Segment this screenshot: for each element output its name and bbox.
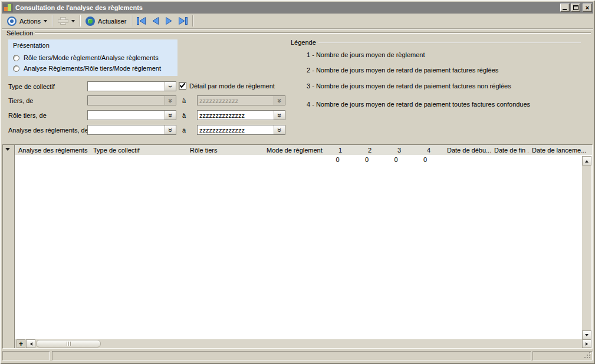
column-header-date-fin[interactable]: Date de fin ... (491, 147, 528, 154)
role-tiers-label: Rôle tiers, de (8, 112, 47, 119)
analyse-to-dropdown-button[interactable]: » (274, 125, 285, 134)
window-title: Consultation de l'analyse des règlements (15, 4, 143, 11)
column-header-3[interactable]: 3 (384, 147, 414, 154)
analyse-a-label: à (182, 127, 186, 134)
double-chevron-icon: » (277, 98, 282, 102)
status-panel-3 (532, 351, 593, 360)
analyse-from-dropdown-button[interactable]: » (165, 125, 176, 134)
role-tiers-to-dropdown-button[interactable]: » (274, 111, 285, 120)
column-header-4[interactable]: 4 (414, 147, 443, 154)
scroll-up-button[interactable] (582, 156, 591, 166)
column-header-date-lancement[interactable]: Date de lanceme... (528, 147, 587, 154)
actions-label: Actions (19, 18, 41, 25)
analyse-to-combobox[interactable]: zzzzzzzzzzzzzz » (197, 125, 285, 135)
tiers-from-dropdown-button: » (165, 96, 176, 105)
tiers-label: Tiers, de (8, 97, 33, 104)
role-tiers-to-combobox[interactable]: zzzzzzzzzzzzzz » (197, 110, 285, 120)
next-record-button[interactable] (162, 16, 176, 26)
add-row-button[interactable]: + (17, 339, 25, 348)
type-collectif-label: Type de collectif (8, 83, 55, 90)
column-header-1[interactable]: 1 (326, 147, 355, 154)
legend-item-1: 1 - Nombre de jours moyen de règlement (307, 51, 425, 58)
analyse-from-combobox[interactable]: » (87, 125, 176, 135)
actions-button[interactable]: Actions (4, 15, 50, 27)
scroll-right-button[interactable] (582, 339, 591, 348)
legend-item-4: 4 - Nombre de jours moyen de retard de p… (307, 101, 530, 108)
last-record-button[interactable] (176, 16, 190, 26)
tiers-from-combobox: » (87, 95, 176, 105)
radio-icon[interactable] (13, 55, 19, 61)
cell-2: 0 (352, 156, 382, 163)
status-bar (2, 350, 593, 362)
resize-grip-icon[interactable] (584, 352, 591, 359)
selection-group-line (33, 32, 591, 33)
arrow-left-icon (28, 342, 32, 346)
window-controls: × (560, 4, 592, 12)
type-collectif-combobox[interactable]: › (87, 81, 176, 91)
actions-icon (7, 16, 17, 26)
title-bar: Consultation de l'analyse des règlements… (2, 2, 593, 14)
horizontal-scrollbar-thumb[interactable] (36, 340, 101, 348)
column-header-analyse[interactable]: Analyse des règlements (15, 147, 90, 154)
scroll-down-button[interactable] (582, 330, 591, 340)
vertical-scrollbar[interactable] (582, 156, 591, 340)
checkmark-icon (179, 82, 186, 89)
analyse-reglements-label: Analyse des règlements, de (8, 127, 88, 134)
minimize-button[interactable] (560, 4, 570, 12)
arrow-up-icon (585, 158, 589, 163)
close-icon: × (586, 5, 589, 11)
column-header-type-collectif[interactable]: Type de collectif (90, 147, 188, 154)
legend-item-2: 2 - Nombre de jours moyen de retard de p… (307, 67, 498, 74)
presentation-label: Présentation (13, 42, 50, 49)
first-record-button[interactable] (134, 16, 149, 26)
scroll-left-button[interactable] (26, 339, 35, 348)
legend-group-line (318, 42, 581, 42)
type-collectif-dropdown-button[interactable]: › (165, 82, 176, 91)
next-record-icon (165, 17, 173, 25)
arrow-down-icon (585, 334, 589, 338)
cell-1: 0 (323, 156, 353, 163)
detail-mode-reglement-checkbox[interactable] (179, 82, 186, 90)
previous-record-button[interactable] (149, 16, 162, 26)
presentation-option-1[interactable]: Rôle tiers/Mode règlement/Analyse règlem… (13, 54, 159, 61)
close-button[interactable]: × (583, 4, 592, 12)
role-tiers-to-value: zzzzzzzzzzzzzz (198, 112, 274, 119)
toolbar-divider (2, 28, 593, 29)
tiers-to-dropdown-button: » (274, 96, 285, 105)
presentation-option-1-label: Rôle tiers/Mode règlement/Analyse règlem… (24, 54, 159, 61)
status-panel-2 (52, 351, 531, 360)
refresh-icon (86, 16, 95, 26)
app-icon (3, 4, 13, 12)
role-tiers-from-dropdown-button[interactable]: » (165, 111, 176, 120)
chevron-down-icon (44, 20, 47, 24)
cell-3: 0 (382, 156, 411, 163)
presentation-option-2-label: Analyse Règlements/Rôle tiers/Mode règle… (24, 65, 161, 72)
cell-4: 0 (410, 156, 440, 163)
print-button[interactable] (55, 16, 78, 27)
application-window: Consultation de l'analyse des règlements… (0, 0, 595, 364)
maximize-button[interactable] (571, 4, 580, 12)
double-chevron-icon: » (167, 128, 173, 132)
radio-icon[interactable] (13, 65, 19, 72)
app-icon-green-bar (8, 4, 11, 11)
selection-group-label: Sélection (5, 29, 35, 37)
analyse-to-value: zzzzzzzzzzzzzz (198, 127, 274, 134)
refresh-button[interactable]: Actualiser (83, 15, 129, 27)
table-row[interactable]: 0 0 0 0 (15, 155, 583, 164)
row-selector-icon[interactable] (5, 148, 10, 153)
column-header-2[interactable]: 2 (355, 147, 384, 154)
column-header-date-debut[interactable]: Date de débu... (443, 147, 491, 154)
row-selector-gutter (3, 145, 15, 348)
tiers-to-combobox: zzzzzzzzzzzz » (197, 95, 285, 105)
presentation-option-2[interactable]: Analyse Règlements/Rôle tiers/Mode règle… (13, 65, 161, 72)
column-header-role-tiers[interactable]: Rôle tiers (188, 147, 264, 154)
role-tiers-from-combobox[interactable]: » (87, 110, 176, 120)
horizontal-scrollbar[interactable]: + (15, 339, 591, 348)
toolbar-separator (131, 15, 132, 27)
chevron-down-icon: › (167, 85, 173, 88)
detail-mode-reglement-label: Détail par mode de règlement (189, 82, 275, 90)
column-header-mode-reglement[interactable]: Mode de règlement (264, 147, 326, 154)
tiers-a-label: à (182, 97, 186, 104)
toolbar-separator (192, 15, 193, 27)
status-panel-1 (2, 351, 50, 360)
